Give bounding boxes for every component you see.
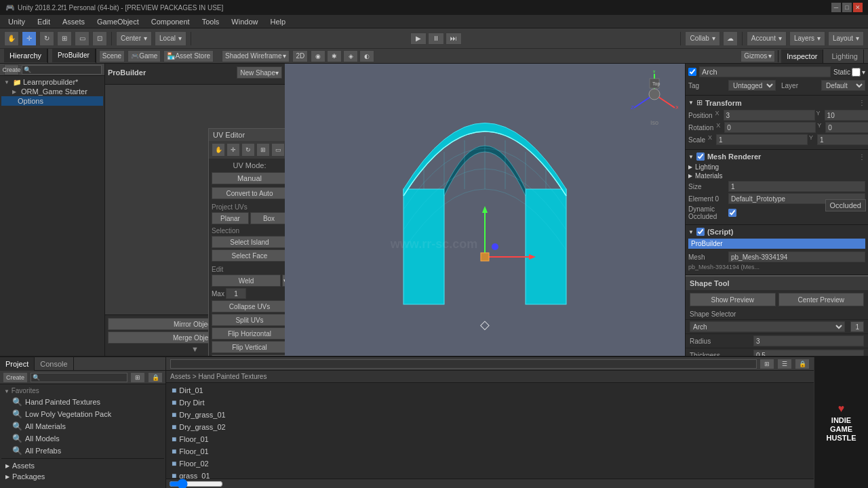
hierarchy-create-btn[interactable]: Create	[4, 64, 19, 75]
split-uvs-btn[interactable]: Split UVs	[212, 314, 285, 326]
minimize-button[interactable]: ─	[831, 3, 841, 12]
asset-drygrass02[interactable]: ■ Dry_grass_02	[167, 421, 812, 433]
tag-dropdown[interactable]: Untagged	[728, 80, 776, 91]
fav-hand-painted[interactable]: 🔍 Hand Painted Textures	[1, 396, 164, 408]
shape-extra-btn[interactable]: 1	[850, 321, 864, 332]
layout-dropdown[interactable]: Layout ▾	[828, 31, 864, 46]
weld-btn[interactable]: Weld	[212, 274, 281, 287]
transform-menu[interactable]: ⋮	[859, 99, 865, 106]
fav-prefabs[interactable]: 🔍 All Prefabs	[1, 445, 164, 457]
asset-floor01a[interactable]: ■ Floor_01	[167, 433, 812, 445]
tab-inspector[interactable]: Inspector	[781, 49, 823, 63]
hierarchy-item-root[interactable]: ▼ 📁 Learnprobuilder*	[1, 77, 103, 87]
asset-dirt01[interactable]: ■ Dirt_01	[167, 384, 812, 396]
mesh-input[interactable]	[728, 251, 865, 262]
shape-selector-dropdown[interactable]: Arch	[690, 321, 845, 332]
dimension-dropdown[interactable]: 2D	[292, 50, 308, 62]
hierarchy-item-options[interactable]: Options	[1, 96, 103, 106]
fav-models[interactable]: 🔍 All Models	[1, 432, 164, 445]
scene-view[interactable]: ◇ Y X Z Top	[285, 64, 685, 356]
asset-drydirt[interactable]: ■ Dry Dirt	[167, 396, 812, 409]
uv-rotate-btn[interactable]: ↻	[241, 143, 255, 157]
object-name-input[interactable]	[699, 66, 831, 77]
pivot-local-dropdown[interactable]: Local ▾	[155, 31, 186, 46]
convert-auto-btn[interactable]: Convert to Auto	[212, 187, 285, 199]
uv-move-btn[interactable]: ✛	[226, 143, 240, 157]
asset-drygrass01[interactable]: ■ Dry_grass_01	[167, 409, 812, 421]
pos-x[interactable]	[724, 110, 815, 121]
menu-tools[interactable]: Tools	[197, 16, 225, 27]
rot-x[interactable]	[724, 122, 816, 133]
uv-btn5[interactable]: ▭	[271, 143, 285, 157]
script-checkbox[interactable]	[696, 228, 705, 236]
fav-materials[interactable]: 🔍 All Materials	[1, 420, 164, 432]
select-face-btn[interactable]: Select Face	[212, 249, 285, 262]
move-tool-btn[interactable]: ✛	[22, 31, 37, 46]
shade-mode-dropdown[interactable]: Shaded Wireframe ▾	[222, 50, 290, 62]
project-search[interactable]	[31, 373, 127, 382]
scale-x[interactable]	[716, 134, 808, 145]
menu-gameobject[interactable]: GameObject	[92, 16, 144, 27]
center-preview-btn[interactable]: Center Preview	[778, 293, 865, 306]
menu-help[interactable]: Help	[264, 16, 291, 27]
packages-section[interactable]: ▶ Packages	[1, 471, 164, 482]
static-checkbox[interactable]	[852, 68, 861, 77]
scene-icon4[interactable]: ◐	[359, 50, 374, 62]
scene-dropdown-btn[interactable]: Scene	[99, 50, 125, 62]
show-preview-btn[interactable]: Show Preview	[690, 293, 776, 306]
menu-unity[interactable]: Unity	[3, 16, 31, 27]
object-active-checkbox[interactable]	[688, 68, 696, 76]
scale-y[interactable]	[817, 134, 868, 145]
assets-search[interactable]	[170, 359, 757, 369]
asset-floor01b[interactable]: ■ Floor_01	[167, 445, 812, 458]
close-button[interactable]: ✕	[853, 3, 863, 12]
rect-tool-btn[interactable]: ▭	[75, 31, 90, 46]
hierarchy-search[interactable]	[22, 65, 102, 75]
layers-dropdown[interactable]: Layers ▾	[789, 31, 825, 46]
assets-view-btn2[interactable]: ☰	[777, 359, 792, 369]
fav-vegetation[interactable]: 🔍 Low Poly Vegetation Pack	[1, 408, 164, 420]
menu-component[interactable]: Component	[146, 16, 195, 27]
collab-dropdown[interactable]: Collab ▾	[685, 31, 719, 46]
tab-console[interactable]: Console	[35, 357, 73, 371]
tab-project[interactable]: Project	[0, 357, 35, 371]
radius-input[interactable]	[753, 336, 864, 346]
step-button[interactable]: ⏭	[446, 33, 462, 45]
planar-btn[interactable]: Planar	[212, 212, 249, 224]
asset-grass01[interactable]: ■ grass_01	[167, 470, 812, 479]
hierarchy-item-ork[interactable]: ▶ ORM_Game Starter	[1, 87, 103, 96]
collapse-uvs-btn[interactable]: Collapse UVs	[212, 300, 285, 312]
mesh-renderer-checkbox[interactable]	[696, 152, 705, 161]
mesh-renderer-collapse[interactable]: ▼	[688, 154, 694, 160]
hand-tool-btn[interactable]: ✋	[4, 31, 19, 46]
pivot-center-dropdown[interactable]: Center ▾	[116, 31, 152, 46]
assets-size-slider[interactable]	[169, 481, 223, 487]
mesh-renderer-menu[interactable]: ⋮	[859, 153, 865, 161]
scene-icon2[interactable]: ✱	[327, 50, 342, 62]
cloud-btn[interactable]: ☁	[723, 31, 738, 46]
pause-button[interactable]: ⏸	[428, 33, 444, 45]
menu-assets[interactable]: Assets	[57, 16, 90, 27]
transform-collapse[interactable]: ▼	[688, 100, 694, 106]
uv-scale-btn[interactable]: ⊞	[256, 143, 270, 157]
uv-hand-btn[interactable]: ✋	[212, 143, 225, 157]
rotate-tool-btn[interactable]: ↻	[39, 31, 54, 46]
pb-new-shape-dropdown[interactable]: New Shape ▾	[237, 66, 282, 79]
size-input[interactable]	[728, 181, 865, 192]
asset-store-tab[interactable]: 🏪 Asset Store	[163, 50, 214, 62]
tab-hierarchy[interactable]: Hierarchy	[4, 49, 47, 62]
scene-icon3[interactable]: ◈	[343, 50, 358, 62]
dynamic-occluded-checkbox[interactable]	[728, 209, 736, 217]
fit-uvs-btn[interactable]: Fit UVs	[212, 354, 285, 356]
tab-probuilder[interactable]: ProBuilder	[52, 49, 96, 62]
game-tab[interactable]: 🎮 Game	[127, 50, 161, 62]
menu-window[interactable]: Window	[226, 16, 263, 27]
flip-vertical-btn[interactable]: Flip Vertical	[212, 341, 285, 353]
maximize-button[interactable]: □	[842, 3, 852, 12]
scale-tool-btn[interactable]: ⊞	[57, 31, 72, 46]
project-lock-btn[interactable]: 🔒	[148, 372, 163, 383]
box-btn[interactable]: Box	[250, 212, 285, 224]
gizmos-dropdown[interactable]: Gizmos ▾	[741, 50, 775, 62]
play-button[interactable]: ▶	[410, 33, 427, 45]
project-create-btn[interactable]: Create	[3, 372, 28, 383]
